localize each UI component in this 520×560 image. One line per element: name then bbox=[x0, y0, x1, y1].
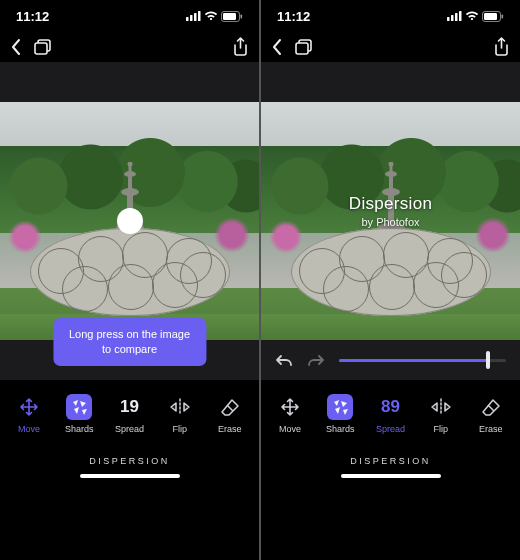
canvas-pad-top bbox=[0, 62, 259, 102]
tool-move-label: Move bbox=[279, 424, 301, 434]
status-time: 11:12 bbox=[277, 9, 310, 24]
erase-icon bbox=[478, 394, 504, 420]
svg-rect-3 bbox=[198, 11, 201, 21]
undo-icon bbox=[275, 353, 293, 367]
svg-rect-25 bbox=[484, 13, 497, 20]
status-bar: 11:12 bbox=[0, 0, 259, 32]
tool-spread[interactable]: 89 Spread bbox=[366, 394, 414, 434]
tool-erase[interactable]: Erase bbox=[467, 394, 515, 434]
svg-rect-23 bbox=[459, 11, 462, 21]
erase-icon bbox=[217, 394, 243, 420]
svg-rect-28 bbox=[296, 43, 308, 54]
shards-icon bbox=[327, 394, 353, 420]
tool-spread-label: Spread bbox=[376, 424, 405, 434]
status-bar: 11:12 bbox=[261, 0, 520, 32]
tooltip-line2: to compare bbox=[69, 342, 190, 357]
chevron-left-icon bbox=[10, 38, 21, 56]
svg-rect-22 bbox=[455, 13, 458, 21]
wifi-icon bbox=[204, 11, 218, 21]
slider-row bbox=[261, 340, 520, 380]
phone-left: 11:12 Lo bbox=[0, 0, 259, 560]
flip-icon bbox=[428, 394, 454, 420]
share-button[interactable] bbox=[493, 37, 510, 57]
home-indicator[interactable] bbox=[0, 472, 259, 488]
svg-marker-36 bbox=[334, 400, 339, 406]
tooltip-line1: Long press on the image bbox=[69, 327, 190, 342]
tool-move[interactable]: Move bbox=[5, 394, 53, 434]
share-icon bbox=[493, 37, 510, 57]
svg-rect-20 bbox=[447, 17, 450, 21]
flip-icon bbox=[167, 394, 193, 420]
tool-shards-label: Shards bbox=[65, 424, 94, 434]
svg-rect-5 bbox=[223, 13, 236, 20]
spread-value: 19 bbox=[120, 397, 139, 417]
svg-marker-16 bbox=[73, 400, 78, 406]
tool-flip[interactable]: Flip bbox=[417, 394, 465, 434]
dispersion-handle[interactable] bbox=[117, 208, 143, 234]
watermark-sub: by Photofox bbox=[349, 216, 432, 228]
slider-fill bbox=[339, 359, 488, 362]
wifi-icon bbox=[465, 11, 479, 21]
svg-rect-26 bbox=[502, 14, 504, 18]
nav-bar bbox=[261, 32, 520, 62]
watermark-title: Dispersion bbox=[349, 194, 432, 214]
image-canvas[interactable] bbox=[0, 102, 259, 340]
image-canvas[interactable]: Dispersion by Photofox bbox=[261, 102, 520, 340]
battery-icon bbox=[221, 11, 243, 22]
svg-marker-19 bbox=[82, 409, 87, 415]
signal-icon bbox=[447, 11, 462, 21]
layers-button[interactable] bbox=[33, 38, 53, 56]
battery-icon bbox=[482, 11, 504, 22]
spread-value: 89 bbox=[381, 397, 400, 417]
svg-marker-39 bbox=[343, 409, 348, 415]
nav-bar bbox=[0, 32, 259, 62]
tool-erase[interactable]: Erase bbox=[206, 394, 254, 434]
layers-button[interactable] bbox=[294, 38, 314, 56]
layers-icon bbox=[33, 38, 53, 56]
tool-erase-label: Erase bbox=[479, 424, 503, 434]
svg-rect-6 bbox=[241, 14, 243, 18]
tool-flip[interactable]: Flip bbox=[156, 394, 204, 434]
move-icon bbox=[277, 394, 303, 420]
tool-shards-label: Shards bbox=[326, 424, 355, 434]
watermark: Dispersion by Photofox bbox=[349, 194, 432, 228]
home-indicator[interactable] bbox=[261, 472, 520, 488]
svg-marker-38 bbox=[335, 407, 340, 414]
svg-marker-17 bbox=[80, 401, 86, 407]
tool-flip-label: Flip bbox=[433, 424, 448, 434]
tool-flip-label: Flip bbox=[172, 424, 187, 434]
tool-move[interactable]: Move bbox=[266, 394, 314, 434]
redo-button[interactable] bbox=[307, 353, 325, 367]
status-time: 11:12 bbox=[16, 9, 49, 24]
share-button[interactable] bbox=[232, 37, 249, 57]
phone-right: 11:12 Dispersion by Photofox bbox=[261, 0, 520, 560]
back-button[interactable] bbox=[271, 38, 282, 56]
layers-icon bbox=[294, 38, 314, 56]
share-icon bbox=[232, 37, 249, 57]
slider-thumb[interactable] bbox=[486, 351, 490, 369]
undo-button[interactable] bbox=[275, 353, 293, 367]
mode-label: DISPERSION bbox=[261, 446, 520, 472]
svg-point-35 bbox=[388, 162, 393, 167]
shards-icon bbox=[66, 394, 92, 420]
canvas-pad-bottom: Long press on the image to compare bbox=[0, 340, 259, 380]
tool-erase-label: Erase bbox=[218, 424, 242, 434]
chevron-left-icon bbox=[271, 38, 282, 56]
back-button[interactable] bbox=[10, 38, 21, 56]
svg-rect-21 bbox=[451, 15, 454, 21]
svg-marker-18 bbox=[74, 407, 79, 414]
status-indicators bbox=[186, 11, 243, 22]
move-icon bbox=[16, 394, 42, 420]
toolbar: Move Shards 89 Spread Flip Erase bbox=[261, 380, 520, 446]
svg-rect-2 bbox=[194, 13, 197, 21]
spread-slider[interactable] bbox=[339, 350, 506, 370]
svg-point-15 bbox=[127, 162, 132, 167]
tool-spread[interactable]: 19 Spread bbox=[105, 394, 153, 434]
compare-tooltip: Long press on the image to compare bbox=[53, 318, 206, 366]
tool-shards[interactable]: Shards bbox=[316, 394, 364, 434]
tool-shards[interactable]: Shards bbox=[55, 394, 103, 434]
svg-rect-1 bbox=[190, 15, 193, 21]
signal-icon bbox=[186, 11, 201, 21]
tool-move-label: Move bbox=[18, 424, 40, 434]
tool-spread-label: Spread bbox=[115, 424, 144, 434]
